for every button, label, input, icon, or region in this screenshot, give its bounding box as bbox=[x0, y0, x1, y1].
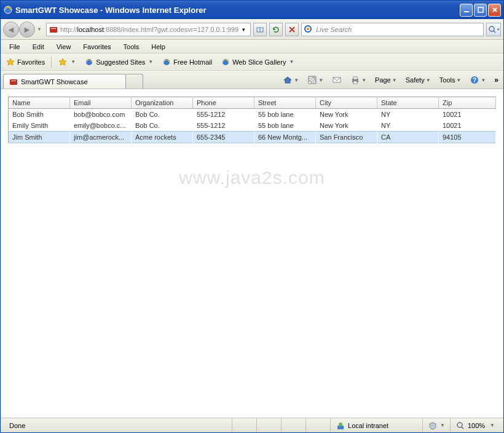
status-pane bbox=[256, 418, 281, 432]
url-text: http://localhost:8888/index.html?gwt.cod… bbox=[60, 26, 238, 33]
ie-icon bbox=[3, 5, 13, 15]
nav-arrows: ◄ ► ▼ bbox=[3, 22, 44, 38]
table-row[interactable]: Emily Smithemily@bobco.c...Bob Co.555-12… bbox=[9, 120, 496, 132]
col-email[interactable]: Email bbox=[70, 97, 132, 109]
svg-point-8 bbox=[489, 26, 494, 31]
svg-point-24 bbox=[457, 423, 462, 427]
col-zip[interactable]: Zip bbox=[439, 97, 496, 109]
separator bbox=[51, 57, 52, 68]
favorites-bar: Favorites ▼ Suggested Sites ▼ Free Hotma… bbox=[1, 54, 503, 71]
status-zone[interactable]: Local intranet bbox=[330, 418, 422, 432]
cell-street: 55 bob lane bbox=[254, 120, 316, 132]
col-street[interactable]: Street bbox=[254, 97, 316, 109]
url-dropdown[interactable]: ▾ bbox=[238, 26, 248, 33]
tools-menu[interactable]: Tools▼ bbox=[437, 75, 464, 85]
svg-rect-12 bbox=[10, 79, 17, 85]
menu-tools[interactable]: Tools bbox=[117, 42, 146, 52]
cell-email: emily@bobco.c... bbox=[70, 120, 132, 132]
page-menu[interactable]: Page▼ bbox=[372, 75, 400, 85]
print-button[interactable]: ▼ bbox=[348, 74, 369, 86]
cell-state: NY bbox=[377, 120, 439, 132]
statusbar: Done Local intranet ▼ 100% ▼ bbox=[1, 418, 503, 432]
new-tab-button[interactable] bbox=[126, 74, 143, 89]
search-button[interactable]: ▾ bbox=[486, 23, 501, 36]
svg-point-23 bbox=[339, 423, 342, 426]
cell-phone: 555-1212 bbox=[193, 109, 254, 121]
protected-mode[interactable]: ▼ bbox=[422, 418, 450, 432]
tab-bar: SmartGWT Showcase ▼ ▼ ▼ Page▼ Safety▼ To… bbox=[1, 71, 503, 89]
refresh-button[interactable] bbox=[269, 23, 283, 36]
cell-phone: 555-1212 bbox=[193, 120, 254, 132]
table-row[interactable]: Bob Smithbob@bobco.comBob Co.555-121255 … bbox=[9, 109, 496, 121]
tab-active[interactable]: SmartGWT Showcase bbox=[3, 74, 126, 89]
maximize-button[interactable] bbox=[474, 4, 487, 17]
cell-city: New York bbox=[316, 120, 377, 132]
compat-button[interactable] bbox=[253, 23, 267, 36]
star-add-icon bbox=[58, 57, 68, 67]
cell-email: bob@bobco.com bbox=[70, 109, 132, 121]
col-phone[interactable]: Phone bbox=[193, 97, 254, 109]
help-button[interactable]: ?▼ bbox=[467, 74, 488, 86]
menu-help[interactable]: Help bbox=[145, 42, 171, 52]
cell-street: 55 bob lane bbox=[254, 109, 316, 121]
status-pane bbox=[281, 418, 305, 432]
titlebar: SmartGWT Showcase - Windows Internet Exp… bbox=[1, 1, 503, 19]
col-state[interactable]: State bbox=[377, 97, 439, 109]
address-bar[interactable]: http://localhost:8888/index.html?gwt.cod… bbox=[46, 23, 251, 36]
favorites-button[interactable]: Favorites bbox=[3, 56, 47, 68]
col-name[interactable]: Name bbox=[9, 97, 70, 109]
nav-history-dropdown[interactable]: ▼ bbox=[35, 26, 44, 32]
mail-button[interactable] bbox=[329, 74, 344, 86]
col-city[interactable]: City bbox=[316, 97, 377, 109]
forward-button[interactable]: ► bbox=[19, 22, 35, 38]
star-icon bbox=[6, 57, 15, 67]
cell-state: CA bbox=[377, 132, 439, 143]
svg-rect-4 bbox=[51, 28, 56, 29]
status-pane bbox=[305, 418, 330, 432]
cell-zip: 94105 bbox=[439, 132, 496, 143]
watermark: www.java2s.com bbox=[179, 167, 325, 188]
data-grid[interactable]: Name Email Organization Phone Street Cit… bbox=[8, 97, 496, 143]
cell-street: 66 New Montg... bbox=[254, 132, 316, 143]
shield-icon bbox=[428, 421, 438, 431]
tab-label: SmartGWT Showcase bbox=[21, 78, 88, 85]
page-content: www.java2s.com Name Email Organization P… bbox=[1, 89, 503, 418]
home-button[interactable]: ▼ bbox=[280, 74, 301, 86]
ie-page-icon bbox=[84, 57, 94, 67]
free-hotmail-button[interactable]: Free Hotmail bbox=[159, 56, 215, 68]
feeds-button[interactable]: ▼ bbox=[305, 74, 326, 86]
search-bar[interactable]: Live Search bbox=[301, 23, 484, 36]
menu-view[interactable]: View bbox=[50, 42, 77, 52]
close-button[interactable] bbox=[488, 4, 501, 17]
minimize-button[interactable] bbox=[460, 4, 473, 17]
site-icon bbox=[9, 77, 18, 87]
zone-icon bbox=[336, 421, 345, 431]
back-button[interactable]: ◄ bbox=[3, 22, 19, 38]
rss-icon bbox=[307, 75, 317, 85]
ie-page-icon bbox=[221, 57, 230, 67]
add-favorite-button[interactable]: ▼ bbox=[55, 56, 78, 68]
menu-file[interactable]: File bbox=[3, 42, 26, 52]
svg-point-7 bbox=[307, 28, 309, 30]
menu-favorites[interactable]: Favorites bbox=[77, 42, 117, 52]
command-bar: ▼ ▼ ▼ Page▼ Safety▼ Tools▼ ?▼ » bbox=[280, 74, 501, 89]
stop-button[interactable] bbox=[285, 23, 299, 36]
cell-name: Bob Smith bbox=[9, 109, 70, 121]
zoom-control[interactable]: 100% ▼ bbox=[450, 418, 500, 432]
menu-edit[interactable]: Edit bbox=[26, 42, 50, 52]
svg-rect-1 bbox=[464, 11, 469, 12]
header-row: Name Email Organization Phone Street Cit… bbox=[9, 97, 496, 109]
window-controls bbox=[460, 4, 501, 17]
overflow-button[interactable]: » bbox=[492, 76, 501, 84]
bing-icon bbox=[304, 25, 313, 34]
col-organization[interactable]: Organization bbox=[132, 97, 193, 109]
ie-page-icon bbox=[162, 57, 171, 67]
zoom-icon bbox=[455, 421, 465, 431]
web-slice-button[interactable]: Web Slice Gallery ▼ bbox=[218, 56, 296, 68]
status-pane bbox=[232, 418, 256, 432]
table-row[interactable]: Jim Smithjim@acmerock...Acme rockets655-… bbox=[9, 132, 496, 143]
site-icon bbox=[49, 25, 58, 34]
svg-point-15 bbox=[309, 82, 311, 84]
safety-menu[interactable]: Safety▼ bbox=[403, 75, 433, 85]
suggested-sites-button[interactable]: Suggested Sites ▼ bbox=[82, 56, 156, 68]
